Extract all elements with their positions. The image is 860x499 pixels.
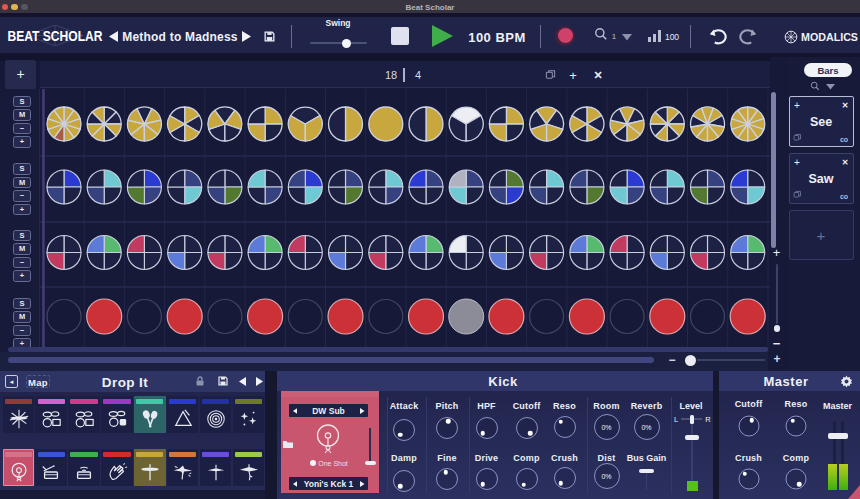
svg-text:BEAT SCHOLAR: BEAT SCHOLAR xyxy=(8,27,103,44)
svg-text:MODALICS: MODALICS xyxy=(801,31,858,43)
